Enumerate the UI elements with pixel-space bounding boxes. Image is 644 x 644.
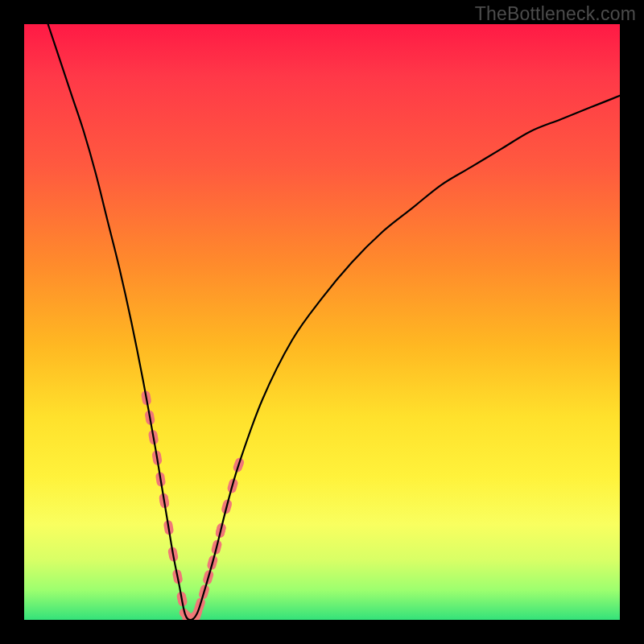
chart-frame: TheBottleneck.com <box>0 0 644 644</box>
marker-group <box>141 390 246 620</box>
watermark-text: TheBottleneck.com <box>475 3 636 25</box>
curve-svg <box>24 24 620 620</box>
plot-area <box>24 24 620 620</box>
bottleneck-curve <box>48 24 620 620</box>
